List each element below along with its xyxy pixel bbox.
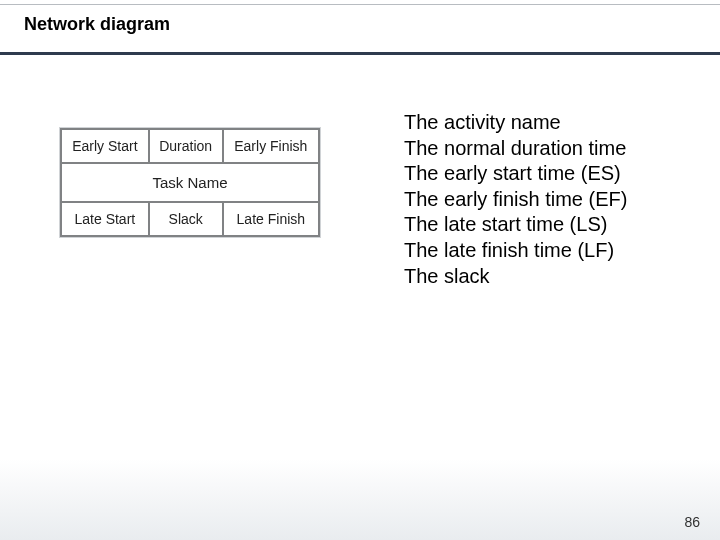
title-underline: [0, 52, 720, 55]
title-band: Network diagram: [0, 8, 720, 52]
slide: Network diagram Early Start Duration Ear…: [0, 0, 720, 540]
cell-slack: Slack: [149, 202, 223, 236]
cell-late-start: Late Start: [61, 202, 149, 236]
def-late-finish: The late finish time (LF): [404, 238, 654, 264]
activity-node-table: Early Start Duration Early Finish Task N…: [60, 128, 320, 237]
def-early-finish: The early finish time (EF): [404, 187, 654, 213]
node-row-middle: Task Name: [61, 163, 319, 202]
cell-late-finish: Late Finish: [223, 202, 319, 236]
def-early-start: The early start time (ES): [404, 161, 654, 187]
cell-duration: Duration: [149, 129, 223, 163]
cell-task-name: Task Name: [61, 163, 319, 202]
node-row-bottom: Late Start Slack Late Finish: [61, 202, 319, 236]
cell-early-finish: Early Finish: [223, 129, 319, 163]
top-hairline: [0, 4, 720, 5]
definitions-block: The activity name The normal duration ti…: [404, 110, 654, 289]
def-late-start: The late start time (LS): [404, 212, 654, 238]
def-activity-name: The activity name: [404, 110, 654, 136]
slide-title: Network diagram: [24, 14, 170, 35]
node-row-top: Early Start Duration Early Finish: [61, 129, 319, 163]
def-duration: The normal duration time: [404, 136, 654, 162]
cell-early-start: Early Start: [61, 129, 149, 163]
activity-node-diagram: Early Start Duration Early Finish Task N…: [60, 128, 320, 237]
page-number: 86: [684, 514, 700, 530]
def-slack: The slack: [404, 264, 654, 290]
